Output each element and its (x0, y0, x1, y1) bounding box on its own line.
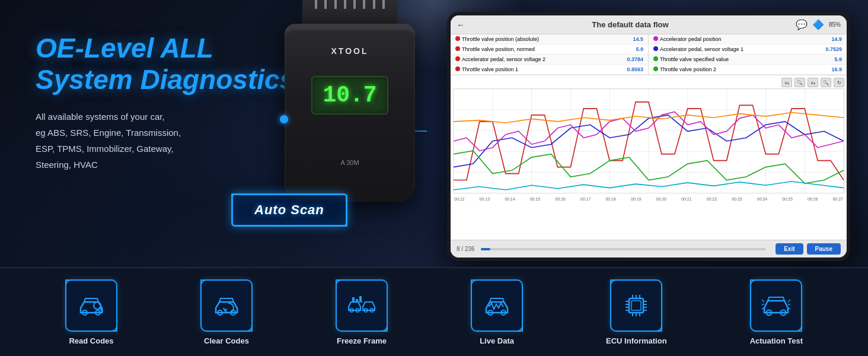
chart-controls: x₁ 🔍 x₁ 🔍 ↻ (453, 78, 844, 87)
zoom-in-btn[interactable]: 🔍 (794, 78, 805, 87)
data-row: Throttle valve position 2 16.9 (649, 65, 847, 75)
zoom-out-btn[interactable]: x₁ (781, 78, 792, 87)
ecu-icon-box (610, 279, 662, 332)
data-row: Throttle valve position (absolute) 14.5 (451, 34, 648, 44)
obd-device: XTOOL 10.7 A 30M (285, 24, 415, 214)
svg-line-53 (788, 300, 790, 302)
data-label: Throttle valve position 2 (660, 66, 716, 72)
device-led (280, 115, 288, 123)
data-label: Throttle valve position 1 (462, 66, 518, 72)
connector-pins (302, 0, 397, 9)
headline: OE-Level ALL System Diagnostics All avai… (36, 33, 295, 173)
x-label: 00:18 (605, 197, 616, 201)
pause-button[interactable]: Pause (807, 243, 841, 255)
actuation-test-icon (761, 290, 792, 321)
live-data-icon-box (471, 279, 523, 332)
feature-item-live-data[interactable]: Live Data (471, 279, 523, 345)
zoom-y-btn[interactable]: 🔍 (821, 78, 831, 87)
pin (363, 0, 365, 9)
feature-item-ecu-information[interactable]: ECU Information (606, 279, 667, 345)
data-label: Accelerator pedal position (660, 36, 722, 42)
tablet-footer: 8 / 236 Exit Pause (451, 240, 847, 258)
data-value: 0.7529 (825, 46, 842, 52)
pin (324, 0, 327, 9)
ecu-information-label: ECU Information (606, 336, 667, 345)
data-row: Throttle valve specified value 5.9 (649, 55, 847, 65)
actuation-test-icon-box (750, 279, 802, 332)
desc-line2: eg ABS, SRS, Engine, Transmission, (36, 128, 181, 138)
tablet-screen: ← The default data flow 💬 🔷 85% Throttle… (451, 15, 847, 258)
progress-bar (481, 248, 767, 250)
xtool-logo: XTOOL (331, 46, 369, 56)
pin (344, 0, 346, 9)
x-label: 00:17 (580, 197, 591, 201)
tablet-header: ← The default data flow 💬 🔷 85% (451, 15, 847, 34)
zoom-x-btn[interactable]: x₁ (808, 78, 818, 87)
chart-area: x₁ 🔍 x₁ 🔍 ↻ (451, 75, 847, 240)
freeze-frame-icon-box (336, 279, 388, 332)
x-label: 00:22 (707, 197, 717, 201)
data-value: 5.9 (636, 46, 643, 52)
x-label: 00:19 (631, 197, 642, 201)
data-row: Throttle valve position, normed 5.9 (451, 44, 648, 55)
read-codes-label: Read Codes (69, 336, 113, 345)
freeze-frame-icon (346, 290, 377, 321)
svg-rect-27 (356, 299, 358, 302)
feature-item-freeze-frame[interactable]: Freeze Frame (336, 279, 388, 345)
svg-line-50 (762, 300, 764, 302)
clear-codes-icon (211, 290, 242, 321)
x-label: 00:24 (757, 197, 768, 201)
x-label: 00:27 (832, 197, 843, 201)
x-label: 00:15 (530, 197, 541, 201)
data-label: Accelerator pedal, sensor voltage 2 (462, 56, 545, 62)
auto-scan-button[interactable]: Auto Scan (231, 193, 347, 227)
device-screen: 10.7 (311, 76, 388, 115)
read-codes-icon (76, 290, 107, 321)
clear-codes-label: Clear Codes (204, 336, 249, 345)
desc-line4: Steering, HVAC (36, 160, 98, 170)
data-label: Throttle valve specified value (660, 56, 729, 62)
actuation-test-label: Actuation Test (750, 336, 803, 345)
data-label: Throttle valve position (absolute) (462, 36, 539, 42)
feature-item-clear-codes[interactable]: Clear Codes (200, 279, 253, 345)
tablet: ← The default data flow 💬 🔷 85% Throttle… (447, 12, 850, 261)
message-icon: 💬 (796, 19, 808, 30)
live-data-label: Live Data (480, 336, 514, 345)
progress-fill (481, 248, 490, 250)
exit-button[interactable]: Exit (776, 243, 803, 255)
headline-line2: System Diagnostics (36, 64, 295, 95)
svg-rect-33 (631, 301, 641, 310)
device-model: A 30M (340, 159, 359, 166)
tablet-title: The default data flow (592, 20, 668, 29)
x-label: 00:26 (808, 197, 818, 201)
x-label: 00:16 (555, 197, 566, 201)
data-row: Accelerator pedal, sensor voltage 2 0.37… (451, 55, 648, 65)
data-value: 14.9 (831, 36, 842, 42)
x-label: 00:23 (732, 197, 742, 201)
tablet-back-button[interactable]: ← (457, 20, 465, 30)
feature-item-actuation-test[interactable]: Actuation Test (750, 279, 803, 345)
data-label: Accelerator pedal, sensor voltage 1 (660, 46, 743, 52)
battery-indicator: 85% (829, 21, 841, 28)
refresh-btn[interactable]: ↻ (834, 78, 844, 87)
pin (315, 0, 317, 9)
data-value: 0.8563 (627, 66, 643, 72)
svg-rect-28 (359, 296, 362, 302)
bottom-section: Read Codes Clear Codes (0, 267, 868, 356)
data-col-right: Accelerator pedal position 14.9 Accelera… (649, 34, 847, 75)
x-label: 00:21 (681, 197, 692, 201)
data-value: 0.3784 (627, 56, 643, 62)
feature-item-read-codes[interactable]: Read Codes (65, 279, 117, 345)
pagination-label: 8 / 236 (457, 246, 475, 252)
x-label: 00:12 (454, 197, 465, 201)
read-codes-icon-box (65, 279, 117, 332)
clear-codes-icon-box (200, 279, 253, 332)
live-data-icon (481, 290, 512, 321)
device-reading: 10.7 (323, 82, 376, 108)
pin (382, 0, 385, 9)
data-row: Throttle valve position 1 0.8563 (451, 65, 648, 75)
x-label: 00:25 (782, 197, 793, 201)
bluetooth-icon: 🔷 (812, 19, 824, 30)
data-col-left: Throttle valve position (absolute) 14.5 … (451, 34, 649, 75)
desc-line1: All available systems of your car, (36, 112, 165, 122)
